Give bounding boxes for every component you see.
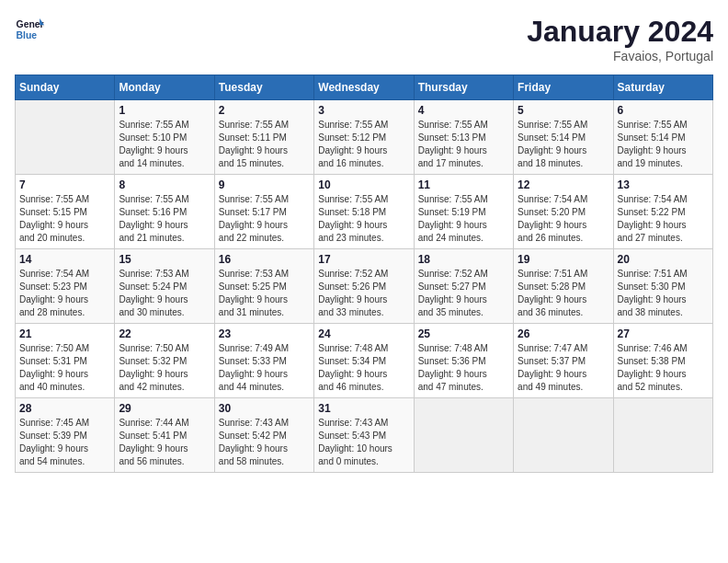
day-info: Sunrise: 7:50 AM Sunset: 5:31 PM Dayligh… — [19, 342, 110, 394]
calendar-cell: 30Sunrise: 7:43 AM Sunset: 5:42 PM Dayli… — [214, 398, 313, 473]
day-number: 20 — [618, 253, 709, 266]
day-info: Sunrise: 7:45 AM Sunset: 5:39 PM Dayligh… — [19, 417, 110, 468]
day-info: Sunrise: 7:49 AM Sunset: 5:33 PM Dayligh… — [219, 342, 310, 394]
day-info: Sunrise: 7:55 AM Sunset: 5:13 PM Dayligh… — [418, 119, 509, 170]
day-info: Sunrise: 7:50 AM Sunset: 5:32 PM Dayligh… — [119, 342, 210, 394]
week-row-4: 21Sunrise: 7:50 AM Sunset: 5:31 PM Dayli… — [16, 324, 713, 398]
col-header-monday: Monday — [115, 75, 214, 100]
day-number: 5 — [518, 104, 609, 117]
calendar-cell: 25Sunrise: 7:48 AM Sunset: 5:36 PM Dayli… — [414, 324, 513, 398]
calendar-cell: 14Sunrise: 7:54 AM Sunset: 5:23 PM Dayli… — [16, 249, 115, 324]
day-info: Sunrise: 7:48 AM Sunset: 5:36 PM Dayligh… — [418, 342, 509, 394]
day-info: Sunrise: 7:54 AM Sunset: 5:22 PM Dayligh… — [618, 193, 709, 245]
calendar-cell: 6Sunrise: 7:55 AM Sunset: 5:14 PM Daylig… — [613, 100, 712, 175]
calendar-cell: 15Sunrise: 7:53 AM Sunset: 5:24 PM Dayli… — [115, 249, 214, 324]
day-info: Sunrise: 7:55 AM Sunset: 5:16 PM Dayligh… — [119, 193, 210, 245]
calendar-cell: 27Sunrise: 7:46 AM Sunset: 5:38 PM Dayli… — [613, 324, 712, 398]
day-info: Sunrise: 7:51 AM Sunset: 5:30 PM Dayligh… — [618, 268, 709, 319]
week-row-1: 1Sunrise: 7:55 AM Sunset: 5:10 PM Daylig… — [16, 100, 713, 175]
day-info: Sunrise: 7:44 AM Sunset: 5:41 PM Dayligh… — [119, 417, 210, 468]
day-info: Sunrise: 7:53 AM Sunset: 5:25 PM Dayligh… — [219, 268, 310, 319]
calendar-cell — [16, 100, 115, 175]
day-number: 28 — [19, 402, 110, 415]
day-info: Sunrise: 7:46 AM Sunset: 5:38 PM Dayligh… — [618, 342, 709, 394]
day-number: 25 — [418, 327, 509, 340]
calendar-header: General Blue January 2024 Favaios, Portu… — [15, 15, 713, 63]
calendar-cell: 13Sunrise: 7:54 AM Sunset: 5:22 PM Dayli… — [613, 175, 712, 249]
day-info: Sunrise: 7:55 AM Sunset: 5:12 PM Dayligh… — [318, 119, 409, 170]
day-number: 2 — [219, 104, 310, 117]
day-number: 4 — [418, 104, 509, 117]
day-number: 3 — [318, 104, 409, 117]
calendar-cell: 4Sunrise: 7:55 AM Sunset: 5:13 PM Daylig… — [414, 100, 513, 175]
day-number: 30 — [219, 402, 310, 415]
day-info: Sunrise: 7:55 AM Sunset: 5:18 PM Dayligh… — [318, 193, 409, 245]
day-number: 9 — [219, 178, 310, 191]
day-number: 15 — [119, 253, 210, 266]
day-number: 27 — [618, 327, 709, 340]
col-header-tuesday: Tuesday — [214, 75, 313, 100]
calendar-cell — [414, 398, 513, 473]
calendar-cell: 20Sunrise: 7:51 AM Sunset: 5:30 PM Dayli… — [613, 249, 712, 324]
day-number: 13 — [618, 178, 709, 191]
day-number: 14 — [19, 253, 110, 266]
week-row-5: 28Sunrise: 7:45 AM Sunset: 5:39 PM Dayli… — [16, 398, 713, 473]
calendar-header-row: SundayMondayTuesdayWednesdayThursdayFrid… — [16, 75, 713, 100]
day-info: Sunrise: 7:52 AM Sunset: 5:26 PM Dayligh… — [318, 268, 409, 319]
col-header-saturday: Saturday — [613, 75, 712, 100]
logo-icon: General Blue — [15, 15, 44, 44]
col-header-wednesday: Wednesday — [314, 75, 414, 100]
day-info: Sunrise: 7:51 AM Sunset: 5:28 PM Dayligh… — [518, 268, 609, 319]
day-info: Sunrise: 7:54 AM Sunset: 5:20 PM Dayligh… — [518, 193, 609, 245]
day-info: Sunrise: 7:55 AM Sunset: 5:19 PM Dayligh… — [418, 193, 509, 245]
calendar-cell: 23Sunrise: 7:49 AM Sunset: 5:33 PM Dayli… — [214, 324, 313, 398]
day-number: 22 — [119, 327, 210, 340]
day-number: 12 — [518, 178, 609, 191]
day-number: 16 — [219, 253, 310, 266]
day-info: Sunrise: 7:55 AM Sunset: 5:14 PM Dayligh… — [618, 119, 709, 170]
calendar-title: January 2024 — [527, 15, 713, 49]
calendar-cell: 5Sunrise: 7:55 AM Sunset: 5:14 PM Daylig… — [514, 100, 613, 175]
day-number: 19 — [518, 253, 609, 266]
day-number: 23 — [219, 327, 310, 340]
col-header-friday: Friday — [514, 75, 613, 100]
calendar-cell: 12Sunrise: 7:54 AM Sunset: 5:20 PM Dayli… — [514, 175, 613, 249]
calendar-cell: 19Sunrise: 7:51 AM Sunset: 5:28 PM Dayli… — [514, 249, 613, 324]
week-row-2: 7Sunrise: 7:55 AM Sunset: 5:15 PM Daylig… — [16, 175, 713, 249]
calendar-cell: 18Sunrise: 7:52 AM Sunset: 5:27 PM Dayli… — [414, 249, 513, 324]
day-number: 18 — [418, 253, 509, 266]
calendar-table: SundayMondayTuesdayWednesdayThursdayFrid… — [15, 75, 713, 473]
calendar-cell: 26Sunrise: 7:47 AM Sunset: 5:37 PM Dayli… — [514, 324, 613, 398]
day-number: 21 — [19, 327, 110, 340]
calendar-cell: 22Sunrise: 7:50 AM Sunset: 5:32 PM Dayli… — [115, 324, 214, 398]
calendar-cell: 28Sunrise: 7:45 AM Sunset: 5:39 PM Dayli… — [16, 398, 115, 473]
calendar-cell: 29Sunrise: 7:44 AM Sunset: 5:41 PM Dayli… — [115, 398, 214, 473]
day-number: 1 — [119, 104, 210, 117]
calendar-cell: 1Sunrise: 7:55 AM Sunset: 5:10 PM Daylig… — [115, 100, 214, 175]
day-number: 7 — [19, 178, 110, 191]
col-header-sunday: Sunday — [16, 75, 115, 100]
calendar-cell: 21Sunrise: 7:50 AM Sunset: 5:31 PM Dayli… — [16, 324, 115, 398]
day-number: 10 — [318, 178, 409, 191]
calendar-cell: 11Sunrise: 7:55 AM Sunset: 5:19 PM Dayli… — [414, 175, 513, 249]
logo: General Blue — [15, 15, 44, 44]
day-info: Sunrise: 7:55 AM Sunset: 5:17 PM Dayligh… — [219, 193, 310, 245]
title-block: January 2024 Favaios, Portugal — [527, 15, 713, 63]
calendar-cell: 9Sunrise: 7:55 AM Sunset: 5:17 PM Daylig… — [214, 175, 313, 249]
calendar-cell: 31Sunrise: 7:43 AM Sunset: 5:43 PM Dayli… — [314, 398, 414, 473]
week-row-3: 14Sunrise: 7:54 AM Sunset: 5:23 PM Dayli… — [16, 249, 713, 324]
day-info: Sunrise: 7:43 AM Sunset: 5:43 PM Dayligh… — [318, 417, 409, 468]
day-info: Sunrise: 7:48 AM Sunset: 5:34 PM Dayligh… — [318, 342, 409, 394]
day-number: 11 — [418, 178, 509, 191]
day-info: Sunrise: 7:55 AM Sunset: 5:15 PM Dayligh… — [19, 193, 110, 245]
svg-text:Blue: Blue — [17, 30, 38, 40]
calendar-cell: 10Sunrise: 7:55 AM Sunset: 5:18 PM Dayli… — [314, 175, 414, 249]
calendar-subtitle: Favaios, Portugal — [527, 49, 713, 63]
calendar-cell — [514, 398, 613, 473]
day-info: Sunrise: 7:55 AM Sunset: 5:14 PM Dayligh… — [518, 119, 609, 170]
day-info: Sunrise: 7:55 AM Sunset: 5:10 PM Dayligh… — [119, 119, 210, 170]
col-header-thursday: Thursday — [414, 75, 513, 100]
day-info: Sunrise: 7:47 AM Sunset: 5:37 PM Dayligh… — [518, 342, 609, 394]
day-number: 6 — [618, 104, 709, 117]
calendar-cell: 16Sunrise: 7:53 AM Sunset: 5:25 PM Dayli… — [214, 249, 313, 324]
